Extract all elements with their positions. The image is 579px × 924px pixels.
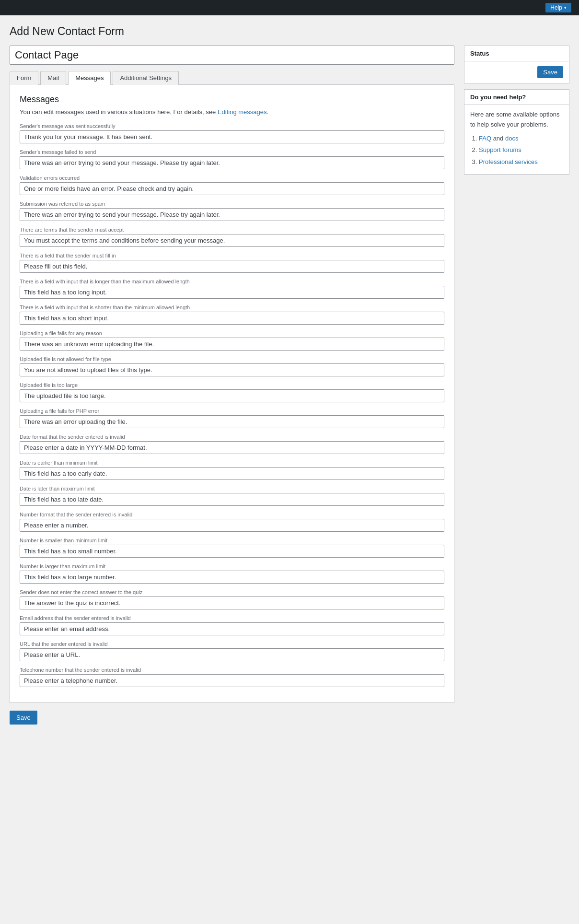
message-field-input[interactable] [20,493,444,506]
message-field-label: Telephone number that the sender entered… [20,667,444,673]
message-field-label: Number is larger than maximum limit [20,563,444,569]
faq-link[interactable]: FAQ [479,135,491,142]
message-field-input[interactable] [20,338,444,351]
message-field-label: Date format that the sender entered is i… [20,434,444,440]
message-field-group: Telephone number that the sender entered… [20,667,444,687]
message-field-input[interactable] [20,648,444,661]
message-field-input[interactable] [20,286,444,299]
message-field-group: Uploaded file is not allowed for file ty… [20,356,444,376]
status-body: Save [464,61,569,83]
status-box: Status Save [464,46,569,83]
message-field-input[interactable] [20,441,444,454]
help-arrow-icon: ▾ [564,5,567,10]
tab-mail[interactable]: Mail [40,71,66,85]
message-field-label: Validation errors occurred [20,175,444,181]
form-title-input[interactable] [10,46,454,65]
message-field-group: There are terms that the sender must acc… [20,227,444,247]
message-field-label: There is a field with input that is shor… [20,304,444,310]
docs-link[interactable]: docs [505,135,518,142]
message-field-input[interactable] [20,363,444,376]
bottom-save-area: Save [10,711,569,725]
message-field-label: Number format that the sender entered is… [20,512,444,517]
message-field-label: Sender's message was sent successfully [20,123,444,129]
message-field-label: Uploaded file is not allowed for file ty… [20,356,444,362]
main-content: Form Mail Messages Additional Settings M… [10,46,454,703]
help-list-item-2: Support forums [479,145,563,155]
tab-messages[interactable]: Messages [68,71,111,85]
message-field-input[interactable] [20,622,444,635]
message-field-input[interactable] [20,415,444,428]
message-field-group: Validation errors occurred [20,175,444,195]
message-field-input[interactable] [20,674,444,687]
help-box: Do you need help? Here are some availabl… [464,89,569,175]
message-field-label: Date is earlier than minimum limit [20,460,444,466]
admin-bar: Help ▾ [0,0,579,15]
message-field-group: Sender does not enter the correct answer… [20,589,444,609]
bottom-save-button[interactable]: Save [10,711,37,725]
message-field-label: Submission was referred to as spam [20,201,444,207]
message-field-group: Sender's message was sent successfully [20,123,444,143]
message-field-label: Sender's message failed to send [20,149,444,155]
message-field-group: Date is earlier than minimum limit [20,460,444,480]
message-field-input[interactable] [20,260,444,273]
message-field-group: Uploading a file fails for any reason [20,330,444,351]
message-field-group: Email address that the sender entered is… [20,615,444,635]
message-field-label: URL that the sender entered is invalid [20,641,444,647]
message-field-input[interactable] [20,208,444,221]
tab-additional-settings[interactable]: Additional Settings [113,71,179,85]
messages-description: You can edit messages used in various si… [20,108,444,116]
message-field-group: Sender's message failed to send [20,149,444,169]
message-field-input[interactable] [20,312,444,325]
help-intro-text: Here are some available options to help … [470,110,563,130]
message-field-input[interactable] [20,571,444,584]
help-list-item-1: FAQ and docs [479,134,563,144]
message-field-group: Uploading a file fails for PHP error [20,408,444,428]
message-field-input[interactable] [20,182,444,195]
messages-panel: Messages You can edit messages used in v… [10,85,454,703]
help-list-item-3: Professional services [479,157,563,167]
message-field-group: Date format that the sender entered is i… [20,434,444,454]
message-field-input[interactable] [20,156,444,169]
message-field-input[interactable] [20,389,444,402]
message-field-group: There is a field with input that is long… [20,279,444,299]
messages-section-title: Messages [20,94,444,105]
message-field-label: Uploading a file fails for any reason [20,330,444,336]
message-field-group: There is a field that the sender must fi… [20,253,444,273]
help-button[interactable]: Help ▾ [545,3,571,12]
page-title: Add New Contact Form [10,25,569,38]
message-field-input[interactable] [20,597,444,609]
help-box-body: Here are some available options to help … [464,105,569,174]
support-forums-link[interactable]: Support forums [479,146,521,153]
message-field-group: There is a field with input that is shor… [20,304,444,325]
message-field-label: Sender does not enter the correct answer… [20,589,444,595]
message-field-label: There are terms that the sender must acc… [20,227,444,233]
message-field-group: Date is later than maximum limit [20,486,444,506]
message-fields-container: Sender's message was sent successfullySe… [20,123,444,687]
tab-form[interactable]: Form [10,71,38,85]
message-field-label: Uploaded file is too large [20,382,444,388]
help-box-title: Do you need help? [464,90,569,105]
message-field-input[interactable] [20,519,444,532]
message-field-group: Number is smaller than minimum limit [20,538,444,558]
message-field-group: Number format that the sender entered is… [20,512,444,532]
sidebar-save-button[interactable]: Save [537,66,563,78]
message-field-input[interactable] [20,130,444,143]
sidebar: Status Save Do you need help? Here are s… [464,46,569,175]
editing-messages-link[interactable]: Editing messages [218,108,267,116]
tabs-bar: Form Mail Messages Additional Settings [10,70,454,85]
message-field-label: Uploading a file fails for PHP error [20,408,444,414]
message-field-group: Number is larger than maximum limit [20,563,444,584]
message-field-label: There is a field with input that is long… [20,279,444,284]
help-list: FAQ and docs Support forums Professional… [470,134,563,167]
professional-services-link[interactable]: Professional services [479,158,538,165]
message-field-group: Uploaded file is too large [20,382,444,402]
message-field-label: There is a field that the sender must fi… [20,253,444,258]
message-field-input[interactable] [20,467,444,480]
message-field-group: URL that the sender entered is invalid [20,641,444,661]
status-header: Status [464,46,569,61]
message-field-input[interactable] [20,545,444,558]
help-label: Help [550,4,562,11]
message-field-label: Email address that the sender entered is… [20,615,444,621]
message-field-input[interactable] [20,234,444,247]
message-field-group: Submission was referred to as spam [20,201,444,221]
